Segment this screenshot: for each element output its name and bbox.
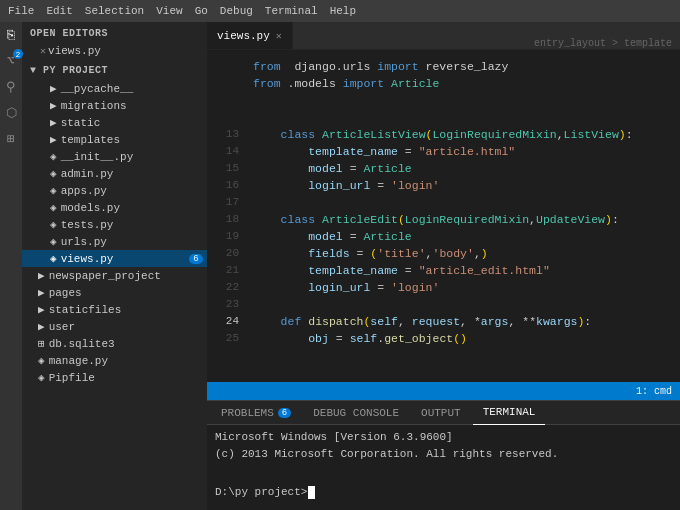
sidebar-item-tests-py[interactable]: ◈ tests.py — [22, 216, 207, 233]
code-line — [253, 194, 680, 211]
sidebar-item-label: templates — [61, 134, 120, 146]
terminal-cursor — [308, 486, 315, 499]
sidebar-item-label: views.py — [61, 253, 114, 265]
tab-label: views.py — [217, 30, 270, 42]
sidebar-item-label: user — [49, 321, 75, 333]
sidebar-item-label: __pycache__ — [61, 83, 134, 95]
open-editors-close[interactable]: ✕ views.py — [22, 43, 207, 59]
sidebar-item-views-py[interactable]: ◈ views.py 6 — [22, 250, 207, 267]
terminal-line: Microsoft Windows [Version 6.3.9600] — [215, 429, 672, 446]
code-line: template_name = "article.html" — [253, 143, 680, 160]
tab-views-py[interactable]: views.py ✕ — [207, 22, 293, 49]
sidebar-item-label: admin.py — [61, 168, 114, 180]
sidebar-item-label: manage.py — [49, 355, 108, 367]
sidebar-item-apps-py[interactable]: ◈ apps.py — [22, 182, 207, 199]
file-icon: ◈ — [50, 235, 57, 248]
collapse-icon: ▼ — [30, 65, 43, 76]
file-icon: ◈ — [38, 354, 45, 367]
sidebar-item-templates[interactable]: ▶ templates — [22, 131, 207, 148]
terminal-content[interactable]: Microsoft Windows [Version 6.3.9600] (c)… — [207, 425, 680, 510]
sidebar-item-static[interactable]: ▶ static — [22, 114, 207, 131]
editor-area: views.py ✕ entry_layout > template 13 14… — [207, 22, 680, 510]
panel-tab-debug-console[interactable]: DEBUG CONSOLE — [303, 401, 409, 425]
sidebar-item-pipfile[interactable]: ◈ Pipfile — [22, 369, 207, 386]
sidebar-item-db-sqlite3[interactable]: ⊞ db.sqlite3 — [22, 335, 207, 352]
code-line: from .models import Article — [253, 75, 680, 92]
code-editor[interactable]: 13 14 15 16 17 18 19 20 21 22 23 24 25 f… — [207, 50, 680, 382]
sidebar-item-newspaper-project[interactable]: ▶ newspaper_project — [22, 267, 207, 284]
tab-close-icon[interactable]: ✕ — [276, 30, 282, 42]
code-line: def dispatch(self, request, *args, **kwa… — [253, 313, 680, 330]
activity-search-icon[interactable]: ⚲ — [2, 78, 20, 96]
code-line: from django.urls import reverse_lazy — [253, 58, 680, 75]
folder-icon: ▶ — [50, 82, 57, 95]
code-content[interactable]: from django.urls import reverse_lazy fro… — [245, 50, 680, 382]
code-line — [253, 109, 680, 126]
terminal-line — [215, 463, 672, 480]
folder-icon: ▶ — [38, 303, 45, 316]
activity-explorer-icon[interactable]: ⎘ — [2, 26, 20, 44]
menu-debug[interactable]: Debug — [220, 5, 253, 17]
folder-icon: ▶ — [50, 99, 57, 112]
menu-selection[interactable]: Selection — [85, 5, 144, 17]
panel-tab-terminal[interactable]: TERMINAL — [473, 401, 546, 425]
activity-git-icon[interactable]: ⌥ 2 — [2, 52, 20, 70]
folder-icon: ▶ — [38, 286, 45, 299]
sidebar-item-label: staticfiles — [49, 304, 122, 316]
activity-extensions-icon[interactable]: ⊞ — [2, 130, 20, 148]
panel-tab-output[interactable]: OUTPUT — [411, 401, 471, 425]
panel-tabs: PROBLEMS 6 DEBUG CONSOLE OUTPUT TERMINAL — [207, 401, 680, 425]
sidebar-item-label: newspaper_project — [49, 270, 161, 282]
line-numbers: 13 14 15 16 17 18 19 20 21 22 23 24 25 — [207, 50, 245, 382]
code-line: class ArticleEdit(LoginRequiredMixin,Upd… — [253, 211, 680, 228]
terminal-line: (c) 2013 Microsoft Corporation. All righ… — [215, 446, 672, 463]
tab-bar: views.py ✕ entry_layout > template — [207, 22, 680, 50]
menu-file[interactable]: File — [8, 5, 34, 17]
sidebar-item-admin-py[interactable]: ◈ admin.py — [22, 165, 207, 182]
sidebar-item-label: db.sqlite3 — [49, 338, 115, 350]
sidebar-item-label: Pipfile — [49, 372, 95, 384]
activity-debug-icon[interactable]: ⬡ — [2, 104, 20, 122]
sidebar-item-user[interactable]: ▶ user — [22, 318, 207, 335]
menu-go[interactable]: Go — [195, 5, 208, 17]
problems-badge: 6 — [278, 408, 291, 418]
sidebar-item-urls-py[interactable]: ◈ urls.py — [22, 233, 207, 250]
menu-view[interactable]: View — [156, 5, 182, 17]
panel-area: PROBLEMS 6 DEBUG CONSOLE OUTPUT TERMINAL… — [207, 400, 680, 510]
code-line: fields = ('title','body',) — [253, 245, 680, 262]
project-header[interactable]: ▼ PY PROJECT — [22, 59, 207, 80]
panel-tab-problems[interactable]: PROBLEMS 6 — [211, 401, 301, 425]
file-icon: ◈ — [50, 252, 57, 265]
sidebar-item-label: static — [61, 117, 101, 129]
menu-terminal[interactable]: Terminal — [265, 5, 318, 17]
file-icon: ◈ — [50, 218, 57, 231]
sidebar-item-migrations[interactable]: ▶ migrations — [22, 97, 207, 114]
code-line: model = Article — [253, 160, 680, 177]
sidebar-item-label: urls.py — [61, 236, 107, 248]
sidebar-item-pycache[interactable]: ▶ __pycache__ — [22, 80, 207, 97]
sidebar-item-manage-py[interactable]: ◈ manage.py — [22, 352, 207, 369]
sidebar-item-pages[interactable]: ▶ pages — [22, 284, 207, 301]
folder-icon: ▶ — [50, 133, 57, 146]
close-icon[interactable]: ✕ — [38, 45, 48, 57]
folder-icon: ▶ — [50, 116, 57, 129]
sidebar-item-init-py[interactable]: ◈ __init__.py — [22, 148, 207, 165]
cursor-position: 1: cmd — [636, 386, 672, 397]
title-bar: File Edit Selection View Go Debug Termin… — [0, 0, 680, 22]
sidebar-item-label: pages — [49, 287, 82, 299]
sidebar-item-staticfiles[interactable]: ▶ staticfiles — [22, 301, 207, 318]
code-line: login_url = 'login' — [253, 177, 680, 194]
menu-help[interactable]: Help — [330, 5, 356, 17]
open-editors-header: OPEN EDITORS — [22, 22, 207, 43]
open-editor-filename: views.py — [48, 45, 101, 57]
terminal-prompt: D:\py project> — [215, 484, 672, 501]
code-line — [253, 92, 680, 109]
git-badge: 2 — [13, 49, 23, 59]
code-line: template_name = "article_edit.html" — [253, 262, 680, 279]
file-icon: ◈ — [50, 184, 57, 197]
code-line: login_url = 'login' — [253, 279, 680, 296]
menu-edit[interactable]: Edit — [46, 5, 72, 17]
sidebar-item-models-py[interactable]: ◈ models.py — [22, 199, 207, 216]
db-icon: ⊞ — [38, 337, 45, 350]
sidebar-item-label: __init__.py — [61, 151, 134, 163]
